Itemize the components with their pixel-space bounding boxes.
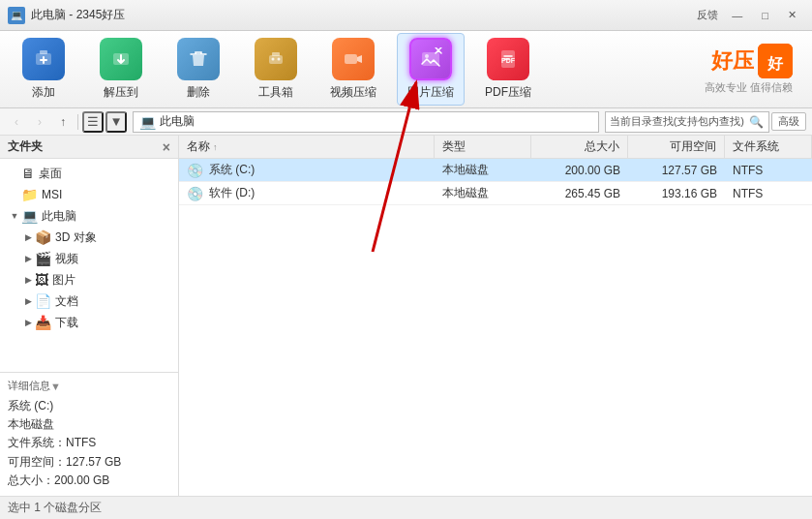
- app-icon: 💻: [8, 7, 25, 24]
- sidebar-item-downloads[interactable]: ▶ 📥 下载: [0, 312, 178, 333]
- sidebar-item-desktop[interactable]: 🖥 桌面: [0, 163, 178, 184]
- maximize-button[interactable]: □: [754, 8, 776, 23]
- toolbar-tools[interactable]: 工具箱: [242, 34, 310, 105]
- sidebar-item-image[interactable]: ▶ 🖼 图片: [0, 269, 178, 290]
- size-d: 265.45 GB: [531, 182, 628, 204]
- feedback-button[interactable]: 反馈: [691, 6, 724, 24]
- view-dropdown-button[interactable]: ▼: [105, 111, 127, 133]
- add-icon: [22, 38, 65, 80]
- main-content: 文件夹 × 🖥 桌面 📁 MSI ▼ �: [0, 136, 812, 496]
- type-d: 本地磁盘: [435, 182, 531, 204]
- video-icon: [332, 38, 375, 80]
- col-header-size[interactable]: 总大小: [531, 136, 628, 158]
- advanced-search-button[interactable]: 高级: [771, 112, 806, 131]
- forward-button[interactable]: ›: [29, 111, 50, 133]
- details-line-1: 系统 (C:): [8, 397, 170, 415]
- image-icon: [409, 38, 452, 80]
- status-bar: 选中 1 个磁盘分区: [0, 496, 812, 519]
- path-icon: 💻: [139, 114, 156, 130]
- details-panel: 详细信息 ▼ 系统 (C:) 本地磁盘 文件系统：NTFS 可用空间：127.5…: [0, 372, 178, 496]
- size-c: 200.00 GB: [531, 159, 628, 181]
- delete-icon: [177, 38, 220, 80]
- sidebar-header: 文件夹 ×: [0, 136, 178, 159]
- add-label: 添加: [32, 84, 55, 101]
- status-text: 选中 1 个磁盘分区: [8, 500, 102, 516]
- tools-icon: [255, 38, 297, 80]
- free-d: 193.16 GB: [628, 182, 725, 204]
- details-line-4: 可用空间：127.57 GB: [8, 453, 170, 472]
- drive-name-c: 系统 (C:): [209, 162, 255, 178]
- nav-separator: [77, 114, 78, 130]
- path-box[interactable]: 💻 此电脑: [133, 111, 599, 133]
- up-button[interactable]: ↑: [52, 111, 74, 133]
- free-c: 127.57 GB: [628, 159, 725, 181]
- svg-text:PDF: PDF: [501, 57, 516, 64]
- fs-d: NTFS: [725, 182, 812, 204]
- toolbar: 添加 解压到 删除: [0, 31, 812, 108]
- fs-c: NTFS: [725, 159, 812, 181]
- details-toggle[interactable]: ▼: [50, 381, 61, 392]
- minimize-button[interactable]: —: [724, 8, 750, 23]
- drive-icon-c: 💿: [187, 163, 203, 178]
- window-controls: — □ ✕: [724, 7, 804, 23]
- toolbar-video[interactable]: 视频压缩: [319, 34, 387, 105]
- delete-label: 删除: [187, 84, 210, 101]
- close-button[interactable]: ✕: [780, 7, 804, 23]
- brand-logo: 好压 好: [711, 44, 793, 78]
- svg-rect-7: [345, 54, 357, 64]
- title-bar-text: 此电脑 - 2345好压: [31, 7, 691, 23]
- sidebar-item-video[interactable]: ▶ 🎬 视频: [0, 248, 178, 269]
- svg-rect-3: [269, 55, 283, 64]
- path-text: 此电脑: [160, 113, 195, 130]
- sidebar-close-button[interactable]: ×: [163, 139, 170, 155]
- toolbar-delete[interactable]: 删除: [165, 34, 232, 105]
- video-label: 视频压缩: [330, 84, 376, 101]
- col-header-type[interactable]: 类型: [435, 136, 531, 158]
- view-toggle-button[interactable]: ☰: [82, 111, 104, 133]
- details-line-5: 总大小：200.00 GB: [8, 472, 170, 490]
- brand-slogan: 高效专业 值得信赖: [705, 80, 793, 95]
- drive-icon-d: 💿: [187, 186, 203, 201]
- search-box: 当前目录查找(支持包内查找) 🔍: [605, 111, 769, 133]
- col-header-free[interactable]: 可用空间: [628, 136, 725, 158]
- col-header-fs[interactable]: 文件系统: [725, 136, 812, 158]
- svg-text:好: 好: [767, 55, 784, 72]
- sidebar-header-text: 文件夹: [8, 138, 43, 155]
- nav-bar: ‹ › ↑ ☰ ▼ 💻 此电脑 当前目录查找(支持包内查找) 🔍 高级: [0, 108, 812, 136]
- svg-rect-1: [40, 50, 47, 54]
- sidebar: 文件夹 × 🖥 桌面 📁 MSI ▼ �: [0, 136, 179, 496]
- search-icon[interactable]: 🔍: [747, 113, 765, 131]
- sidebar-tree: 🖥 桌面 📁 MSI ▼ 💻 此电脑 ▶ 📦: [0, 159, 178, 372]
- file-list-area: 名称 ↑ 类型 总大小 可用空间 文件系统: [179, 136, 812, 496]
- sidebar-item-msi[interactable]: 📁 MSI: [0, 184, 178, 205]
- toolbar-image[interactable]: 图片压缩: [397, 33, 465, 106]
- details-line-3: 文件系统：NTFS: [8, 434, 170, 452]
- pdf-icon: PDF: [487, 38, 529, 80]
- tools-label: 工具箱: [258, 84, 293, 101]
- file-row-c[interactable]: 💿 系统 (C:) 本地磁盘 200.00 GB 127.57 GB NTFS: [179, 159, 812, 182]
- image-label: 图片压缩: [407, 84, 454, 101]
- details-title: 详细信息: [8, 379, 50, 393]
- drive-name-d: 软件 (D:): [209, 185, 255, 201]
- svg-point-5: [272, 58, 275, 61]
- sidebar-item-3d[interactable]: ▶ 📦 3D 对象: [0, 227, 178, 248]
- back-button[interactable]: ‹: [6, 111, 27, 133]
- brand-area: 好压 好 高效专业 值得信赖: [705, 44, 793, 95]
- toolbar-pdf[interactable]: PDF PDF压缩: [474, 34, 542, 105]
- search-label: 当前目录查找(支持包内查找): [610, 114, 744, 129]
- col-header-name[interactable]: 名称 ↑: [179, 136, 435, 158]
- toolbar-extract[interactable]: 解压到: [87, 34, 155, 105]
- details-content: 系统 (C:) 本地磁盘 文件系统：NTFS 可用空间：127.57 GB 总大…: [8, 397, 170, 490]
- sidebar-item-thispc[interactable]: ▼ 💻 此电脑: [0, 205, 178, 227]
- details-header: 详细信息 ▼: [8, 379, 170, 393]
- file-list: 💿 系统 (C:) 本地磁盘 200.00 GB 127.57 GB NTFS …: [179, 159, 812, 496]
- type-c: 本地磁盘: [435, 159, 531, 181]
- brand-icon: 好: [758, 44, 793, 78]
- brand-text: 好压: [711, 46, 754, 76]
- details-line-2: 本地磁盘: [8, 415, 170, 434]
- file-list-header: 名称 ↑ 类型 总大小 可用空间 文件系统: [179, 136, 812, 159]
- title-bar: 💻 此电脑 - 2345好压 反馈 — □ ✕: [0, 0, 812, 31]
- toolbar-add[interactable]: 添加: [10, 34, 77, 105]
- file-row-d[interactable]: 💿 软件 (D:) 本地磁盘 265.45 GB 193.16 GB NTFS: [179, 182, 812, 205]
- sidebar-item-docs[interactable]: ▶ 📄 文档: [0, 290, 178, 312]
